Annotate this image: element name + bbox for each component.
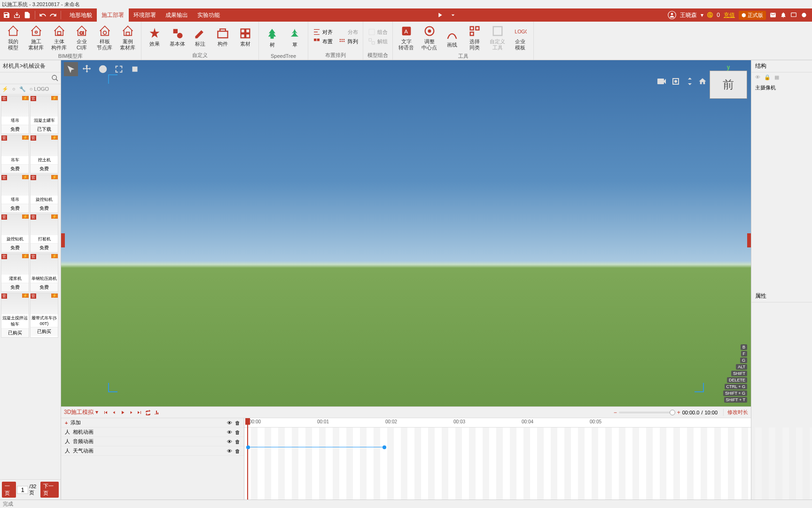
mail-icon[interactable] bbox=[770, 12, 776, 18]
loop-icon[interactable] bbox=[144, 409, 152, 416]
view-cube[interactable]: 前 bbox=[710, 71, 747, 99]
settings-icon[interactable] bbox=[153, 409, 160, 416]
move-tool-icon[interactable] bbox=[80, 62, 94, 76]
bell-icon[interactable] bbox=[780, 12, 787, 18]
save-as-icon[interactable] bbox=[12, 10, 22, 20]
filter-tool-icon[interactable]: 🔧 bbox=[19, 86, 26, 92]
asset-item[interactable]: 官⚡灌浆机免费 bbox=[1, 254, 29, 292]
asset-item[interactable]: 官⚡塔吊免费 bbox=[1, 95, 29, 134]
expand-icon[interactable] bbox=[684, 76, 695, 87]
record-icon[interactable] bbox=[801, 12, 807, 18]
skip-start-icon[interactable] bbox=[102, 409, 109, 416]
filter-run-icon[interactable]: ○ bbox=[12, 86, 16, 92]
component-lib-button[interactable]: 主体 构件库 bbox=[48, 23, 70, 52]
asset-item[interactable]: 官⚡挖土机免费 bbox=[30, 135, 58, 174]
asset-item[interactable]: 官⚡旋挖钻机免费 bbox=[30, 175, 58, 213]
filter-logo[interactable]: ○ LOGO bbox=[30, 86, 49, 92]
select-tool-icon[interactable] bbox=[64, 62, 78, 76]
prev-frame-icon[interactable] bbox=[110, 409, 118, 416]
filter-walk-icon[interactable]: ⚡ bbox=[2, 86, 8, 92]
user-dropdown[interactable]: ▾ bbox=[701, 12, 703, 18]
user-avatar-icon[interactable] bbox=[668, 11, 676, 19]
tab-environment[interactable]: 环境部署 bbox=[129, 8, 161, 22]
timeline-ruler-area[interactable]: 00:0000:0100:0200:0300:0400:05 bbox=[244, 418, 751, 500]
asset-item[interactable]: 官⚡履带式吊车(5 00T)已购买 bbox=[30, 293, 58, 338]
search-icon[interactable] bbox=[51, 74, 59, 82]
track-weather[interactable]: 人天气动画👁🗑 bbox=[61, 446, 244, 456]
visibility-icon[interactable]: 👁 bbox=[227, 439, 232, 444]
recharge-link[interactable]: 充值 bbox=[724, 11, 735, 19]
breadcrumb[interactable]: 材机具>机械设备 bbox=[0, 60, 61, 72]
tab-output[interactable]: 成果输出 bbox=[161, 8, 193, 22]
play-dropdown-icon[interactable] bbox=[448, 10, 458, 20]
home-icon[interactable] bbox=[698, 77, 707, 86]
camera-icon[interactable] bbox=[656, 76, 667, 87]
next-page-button[interactable]: 下一页 bbox=[40, 482, 59, 498]
case-lib-button[interactable]: 案例 素材库 bbox=[117, 23, 138, 52]
asset-item[interactable]: 官⚡旋挖钻机免费 bbox=[1, 214, 29, 253]
center-button[interactable]: 调整 中心点 bbox=[419, 23, 440, 52]
material-lib-button[interactable]: 施工 素材库 bbox=[25, 23, 47, 52]
company-template-button[interactable]: LOGO企业 模板 bbox=[510, 23, 531, 52]
my-model-button[interactable]: 我的 模型 bbox=[3, 23, 23, 52]
asset-item[interactable]: 官⚡塔吊免费 bbox=[1, 175, 29, 213]
grass-button[interactable]: 草 bbox=[284, 26, 305, 49]
focus-icon[interactable] bbox=[670, 76, 681, 87]
play-icon[interactable] bbox=[435, 10, 445, 20]
annotation-button[interactable]: 标注 bbox=[190, 25, 211, 48]
layout-button[interactable]: 布置 bbox=[311, 37, 335, 46]
viewport-3d[interactable]: y 前 BFGALTSHIFTDELETECTRL + GSHIFT + GSH… bbox=[61, 60, 751, 406]
effect-button[interactable]: 效果 bbox=[144, 25, 165, 48]
eye-icon[interactable]: 👁 bbox=[755, 74, 760, 80]
zoom-in-icon[interactable]: + bbox=[677, 409, 680, 416]
next-frame-icon[interactable] bbox=[127, 409, 135, 416]
line-button[interactable]: 画线 bbox=[442, 26, 462, 49]
export-icon[interactable] bbox=[23, 10, 32, 20]
user-name[interactable]: 王晓森 bbox=[680, 11, 697, 19]
screen-icon[interactable] bbox=[790, 12, 797, 18]
keyframe[interactable] bbox=[246, 445, 250, 449]
add-track-button[interactable]: +添加 👁🗑 bbox=[61, 418, 244, 428]
track-audio[interactable]: 人音频动画👁🗑 bbox=[61, 437, 244, 446]
tree-button[interactable]: 树 bbox=[262, 26, 282, 49]
collapse-left-icon[interactable] bbox=[61, 233, 65, 247]
playhead[interactable] bbox=[247, 418, 248, 500]
tab-terrain[interactable]: 地形地貌 bbox=[65, 8, 97, 22]
delete-icon[interactable]: 🗑 bbox=[235, 420, 240, 426]
redo-icon[interactable] bbox=[48, 10, 58, 20]
primitive-button[interactable]: 基本体 bbox=[167, 25, 188, 48]
zoom-slider[interactable] bbox=[619, 412, 675, 413]
array-button[interactable]: 阵列 bbox=[336, 37, 360, 46]
track-camera[interactable]: 人相机动画👁🗑 bbox=[61, 428, 244, 437]
save-icon[interactable] bbox=[2, 10, 11, 20]
visibility-icon[interactable]: 👁 bbox=[227, 420, 232, 426]
edit-duration-button[interactable]: 修改时长 bbox=[723, 409, 748, 416]
asset-item[interactable]: 官⚡混凝土搅拌运 输车已购买 bbox=[1, 293, 29, 338]
main-camera-item[interactable]: 主摄像机 bbox=[751, 82, 812, 93]
asset-item[interactable]: 官⚡混凝土罐车已下载 bbox=[30, 95, 58, 134]
select-same-button[interactable]: 选择 同类 bbox=[464, 23, 485, 52]
delete-icon[interactable]: 🗑 bbox=[235, 429, 240, 435]
delete-icon[interactable]: 🗑 bbox=[235, 439, 240, 444]
material-button[interactable]: 素材 bbox=[235, 25, 256, 48]
delete-icon[interactable]: 🗑 bbox=[235, 448, 240, 454]
asset-item[interactable]: 官⚡打桩机免费 bbox=[30, 214, 58, 253]
tab-construction[interactable]: 施工部署 bbox=[97, 8, 129, 22]
visibility-icon[interactable]: 👁 bbox=[227, 429, 232, 435]
zoom-out-icon[interactable]: − bbox=[614, 409, 617, 416]
timeline-play-icon[interactable] bbox=[119, 409, 126, 416]
undo-icon[interactable] bbox=[38, 10, 47, 20]
tab-experimental[interactable]: 实验功能 bbox=[193, 8, 225, 22]
skip-end-icon[interactable] bbox=[136, 409, 143, 416]
timeline-title[interactable]: 3D施工模拟 ▾ bbox=[64, 408, 98, 416]
keyframe[interactable] bbox=[383, 445, 386, 449]
tts-button[interactable]: A文字 转语音 bbox=[396, 23, 417, 52]
timeline-ruler[interactable]: 00:0000:0100:0200:0300:0400:05 bbox=[244, 418, 751, 428]
template-lib-button[interactable]: 样板 节点库 bbox=[94, 23, 115, 52]
visibility-icon[interactable]: 👁 bbox=[227, 448, 232, 454]
asset-item[interactable]: 官⚡吊车免费 bbox=[1, 135, 29, 174]
layer-icon[interactable]: ▦ bbox=[774, 74, 779, 80]
component-button[interactable]: 构件 bbox=[212, 25, 233, 48]
ci-lib-button[interactable]: CI企业 CI库 bbox=[71, 23, 92, 52]
collapse-right-icon[interactable] bbox=[747, 233, 751, 247]
